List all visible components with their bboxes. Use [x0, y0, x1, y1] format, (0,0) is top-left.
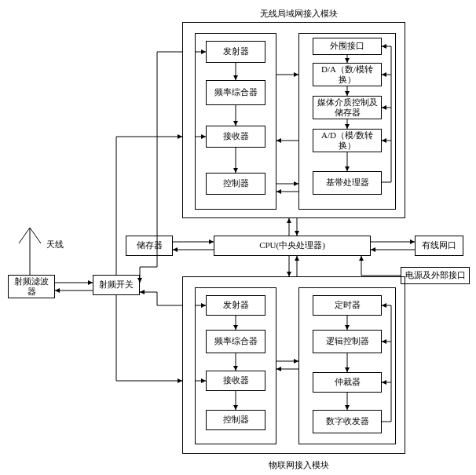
rf-switch-box: 射频开关	[93, 275, 140, 295]
iot-transmitter: 发射器	[206, 295, 265, 316]
cpu-box: CPU(中央处理器)	[214, 236, 371, 256]
wlan-controller: 控制器	[206, 173, 265, 195]
wlan-ad: A/D（模/数转换）	[313, 129, 382, 152]
iot-controller: 控制器	[206, 410, 265, 430]
power-iface-box: 电源及外部接口	[401, 267, 470, 284]
iot-module-title: 物联网接入模块	[243, 459, 353, 471]
iot-receiver: 接收器	[206, 371, 265, 391]
wired-port-box: 有线网口	[415, 236, 463, 256]
iot-logic-ctrl: 逻辑控制器	[313, 330, 382, 353]
wlan-mac: 媒体介质控制及储存器	[313, 96, 382, 119]
antenna-label: 天线	[39, 239, 71, 250]
wlan-receiver: 接收器	[206, 126, 265, 148]
wlan-synthesizer: 频率综合器	[206, 80, 265, 105]
rf-filter-box: 射频滤波器	[8, 275, 55, 298]
wlan-da: D/A（数/模转换）	[313, 63, 382, 86]
iot-timer: 定时器	[313, 295, 382, 316]
iot-arbiter: 仲裁器	[313, 372, 382, 393]
wlan-periph-iface: 外围接口	[313, 38, 382, 55]
memory-box: 储存器	[126, 236, 173, 256]
svg-line-2	[19, 228, 30, 243]
wlan-baseband: 基带处理器	[313, 171, 382, 195]
wlan-module-title: 无线局域网接入模块	[236, 8, 361, 20]
iot-transceiver: 数字收发器	[313, 410, 382, 433]
iot-synthesizer: 频率综合器	[206, 330, 265, 353]
wlan-transmitter: 发射器	[206, 41, 265, 63]
